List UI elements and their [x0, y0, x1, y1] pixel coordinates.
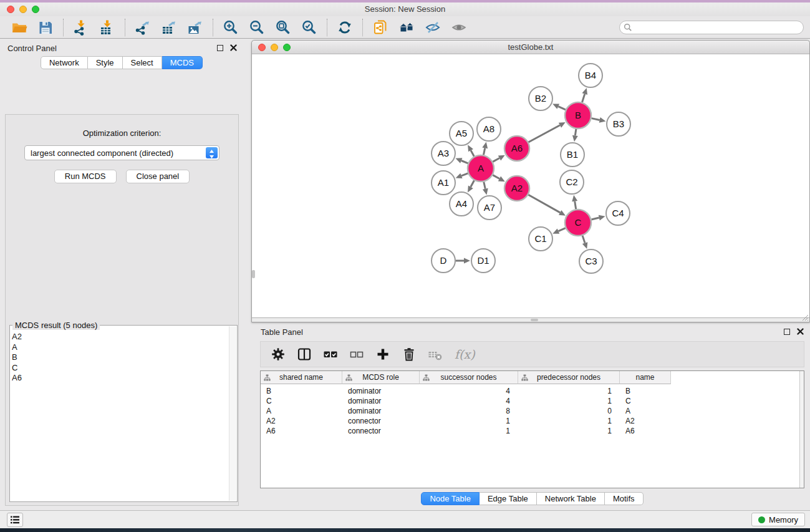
cell-shared-name[interactable]: A2: [261, 416, 342, 426]
table-scrollbar[interactable]: [799, 371, 804, 488]
column-header-predecessor-nodes[interactable]: predecessor nodes: [518, 371, 620, 384]
table-row[interactable]: Cdominator41C: [261, 396, 804, 406]
tab-network[interactable]: Network: [41, 56, 88, 69]
delete-table-button[interactable]: [426, 345, 445, 364]
cell-MCDS-role[interactable]: dominator: [342, 386, 420, 396]
graph-edge-C-C4[interactable]: [591, 218, 599, 220]
close-panel-icon[interactable]: [230, 44, 237, 51]
cell-MCDS-role[interactable]: connector: [342, 426, 420, 436]
cell-shared-name[interactable]: A6: [261, 426, 342, 436]
cell-name[interactable]: C: [620, 396, 671, 406]
cell-successor-nodes[interactable]: 1: [420, 426, 518, 436]
graph-edge-A-A7[interactable]: [484, 181, 486, 188]
close-panel-button[interactable]: Close panel: [126, 170, 190, 183]
graph-edge-B-B4[interactable]: [582, 94, 585, 102]
tab-mcds[interactable]: MCDS: [162, 56, 203, 69]
graph-edge-A-A8[interactable]: [483, 148, 485, 155]
vertical-scrollbar-thumb[interactable]: [252, 270, 255, 278]
open-session-button[interactable]: [10, 18, 29, 37]
open-network-file-button[interactable]: [371, 18, 390, 37]
cell-shared-name[interactable]: B: [261, 386, 342, 396]
cell-successor-nodes[interactable]: 4: [420, 396, 518, 406]
table-row[interactable]: A6connector11A6: [261, 426, 804, 436]
result-scrollbar[interactable]: [229, 326, 236, 501]
graph-edge-A-A5[interactable]: [471, 150, 474, 157]
cell-predecessor-nodes[interactable]: 1: [518, 416, 620, 426]
import-network-button[interactable]: [72, 18, 90, 37]
column-header-MCDS-role[interactable]: MCDS role: [342, 371, 420, 384]
cell-MCDS-role[interactable]: dominator: [342, 406, 420, 416]
show-column-button[interactable]: [295, 345, 314, 364]
graph-edge-A-A2[interactable]: [493, 175, 499, 179]
cell-name[interactable]: A2: [620, 416, 671, 426]
float-table-panel-icon[interactable]: [784, 329, 790, 335]
cell-predecessor-nodes[interactable]: 1: [518, 396, 620, 406]
export-network-button[interactable]: [133, 18, 152, 37]
graph-edge-A2-C[interactable]: [528, 195, 560, 213]
save-session-button[interactable]: [36, 18, 55, 37]
delete-column-button[interactable]: [400, 345, 418, 364]
task-history-button[interactable]: [7, 513, 23, 527]
hide-graphics-details-button[interactable]: [423, 18, 442, 37]
graph-edge-A-A6[interactable]: [493, 158, 499, 162]
result-item[interactable]: C: [12, 363, 228, 374]
horizontal-scrollbar-thumb[interactable]: [531, 319, 538, 321]
function-builder-button[interactable]: f(x): [455, 347, 475, 361]
cell-successor-nodes[interactable]: 1: [420, 416, 518, 426]
cell-predecessor-nodes[interactable]: 1: [518, 426, 620, 436]
column-header-name[interactable]: name: [620, 371, 671, 384]
cell-name[interactable]: B: [620, 386, 671, 396]
result-item[interactable]: B: [12, 352, 228, 363]
run-mcds-button[interactable]: Run MCDS: [54, 170, 117, 183]
show-graphics-details-button[interactable]: [450, 18, 468, 37]
graph-edge-B-B1[interactable]: [575, 129, 576, 136]
result-item[interactable]: A2: [12, 332, 228, 342]
result-item[interactable]: A: [12, 342, 228, 353]
cell-shared-name[interactable]: C: [261, 396, 342, 406]
column-header-shared-name[interactable]: shared name: [261, 371, 342, 384]
table-tab-edge-table[interactable]: Edge Table: [480, 492, 537, 505]
graph-edge-C-C2[interactable]: [575, 201, 576, 210]
search-input[interactable]: [619, 21, 804, 34]
table-row[interactable]: Bdominator41B: [261, 386, 804, 396]
cell-name[interactable]: A: [620, 406, 671, 416]
graph-edge-A6-B[interactable]: [528, 125, 560, 142]
export-image-button[interactable]: [186, 18, 205, 37]
tab-select[interactable]: Select: [123, 56, 162, 69]
column-header-successor-nodes[interactable]: successor nodes: [420, 371, 518, 384]
network-overview-button[interactable]: [397, 18, 416, 37]
table-tab-network-table[interactable]: Network Table: [537, 492, 605, 505]
criterion-select[interactable]: largest connected component (directed): [24, 145, 219, 160]
graph-edge-A-A3[interactable]: [461, 161, 468, 163]
network-canvas[interactable]: AA6A2BCA1A3A4A5A7A8B1B2B3B4C1C2C3C4DD1: [252, 54, 809, 318]
graph-edge-C-C3[interactable]: [582, 236, 585, 243]
unselect-all-columns-button[interactable]: [347, 345, 366, 364]
table-row[interactable]: Adominator80A: [261, 406, 804, 416]
tab-style[interactable]: Style: [88, 56, 123, 69]
memory-button[interactable]: Memory: [751, 513, 805, 526]
graph-edge-C-C1[interactable]: [558, 228, 565, 231]
cell-successor-nodes[interactable]: 8: [420, 406, 518, 416]
table-tab-node-table[interactable]: Node Table: [421, 492, 480, 505]
zoom-selected-button[interactable]: [300, 18, 319, 37]
apply-layout-button[interactable]: [335, 18, 354, 37]
zoom-in-button[interactable]: [221, 18, 240, 37]
graph-edge-B-B2[interactable]: [558, 107, 566, 110]
result-item[interactable]: A6: [12, 373, 228, 384]
export-table-button[interactable]: [160, 18, 178, 37]
import-table-button[interactable]: [98, 18, 117, 37]
table-options-button[interactable]: [269, 345, 287, 364]
cell-MCDS-role[interactable]: dominator: [342, 396, 420, 406]
table-row[interactable]: A2connector11A2: [261, 416, 804, 426]
create-column-button[interactable]: [374, 345, 392, 364]
cell-predecessor-nodes[interactable]: 0: [518, 406, 620, 416]
cell-shared-name[interactable]: A: [261, 406, 342, 416]
zoom-fit-button[interactable]: [274, 18, 292, 37]
table-tab-motifs[interactable]: Motifs: [605, 492, 644, 505]
cell-MCDS-role[interactable]: connector: [342, 416, 420, 426]
float-panel-icon[interactable]: [217, 45, 223, 51]
cell-successor-nodes[interactable]: 4: [420, 386, 518, 396]
cell-name[interactable]: A6: [620, 426, 671, 436]
graph-edge-A-A1[interactable]: [461, 173, 468, 176]
zoom-out-button[interactable]: [248, 18, 266, 37]
